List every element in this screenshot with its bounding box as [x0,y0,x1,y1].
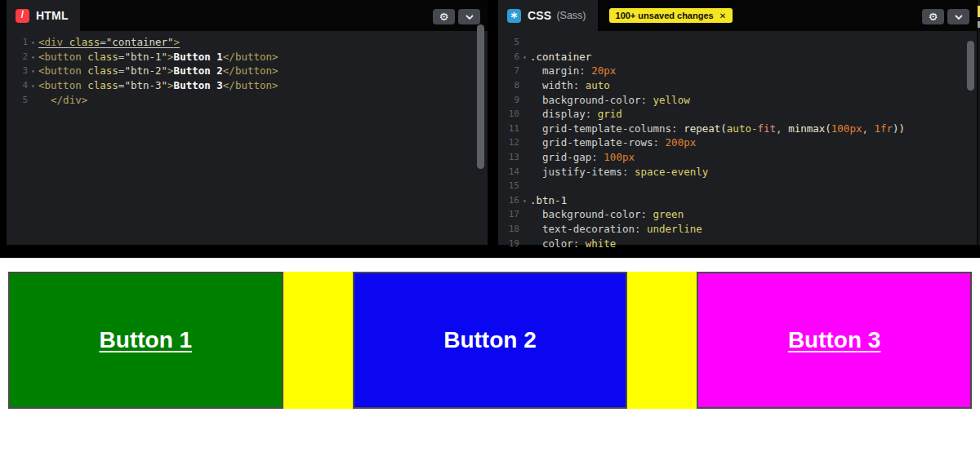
line-number: 4 [7,80,28,91]
html-editor-scrollbar[interactable] [477,24,484,169]
line-number: 10 [498,109,519,119]
unsaved-changes-badge[interactable]: 100+ unsaved changes ✕ [609,8,733,23]
gear-icon: ⚙ [929,11,938,22]
code-text: color: white [530,237,616,250]
code-line[interactable]: 17 background-color: green [498,207,977,222]
code-text: grid-template-rows: 200px [530,136,696,148]
code-line[interactable]: 5 [498,35,977,50]
line-number: 5 [498,37,519,47]
line-number: 3 [7,65,28,76]
html-tabbar: / HTML ⚙ [7,0,488,31]
chevron-down-icon [955,15,963,20]
code-line[interactable]: 9 background-color: yellow [498,92,977,107]
code-text: justify-items: space-evenly [530,166,708,178]
tab-css-label: CSS [528,9,551,22]
fold-arrow-icon[interactable]: ▾ [519,196,530,205]
tab-html-label: HTML [36,9,69,22]
html-editor-panel: / HTML ⚙ 1▾<div class="container">2▾<but… [7,0,488,245]
css-settings-button[interactable]: ⚙ [922,9,944,24]
code-line[interactable]: 2▾<button class="btn-1">Button 1</button… [7,50,488,64]
code-text: display: grid [530,108,622,120]
line-number: 12 [498,137,519,148]
code-text: background-color: yellow [530,94,690,106]
fold-gutter [519,99,530,100]
code-text: text-decoration: underline [530,223,702,235]
code-text: grid-gap: 100px [530,151,635,163]
line-number: 9 [498,95,519,105]
html-collapse-button[interactable] [458,9,480,24]
code-line[interactable]: 14 justify-items: space-evenly [498,164,977,179]
code-line[interactable]: 6▾.container [498,50,977,64]
fold-gutter [519,214,530,215]
line-number: 8 [498,80,519,91]
fold-gutter [519,127,530,129]
code-text: .container [530,51,591,63]
code-text: .btn-1 [530,194,567,206]
fold-gutter [519,85,530,86]
line-number: 19 [498,238,519,249]
fold-gutter [519,185,530,187]
fold-arrow-icon[interactable]: ▾ [28,52,38,61]
chevron-down-icon [466,15,474,20]
fold-gutter [28,99,38,100]
code-line[interactable]: 10 display: grid [498,107,977,122]
badge-close-icon[interactable]: ✕ [719,11,726,20]
tab-css[interactable]: * CSS (Sass) [498,0,598,31]
fold-arrow-icon[interactable]: ▾ [519,52,530,61]
gear-icon: ⚙ [439,11,449,22]
code-line[interactable]: 12 grid-template-rows: 200px [498,135,977,150]
sass-icon: * [507,9,521,23]
code-text: </div> [38,94,87,106]
preview-button-3[interactable]: Button 3 [697,272,972,409]
code-text: background-color: green [530,208,684,220]
tab-html[interactable]: / HTML [7,0,80,31]
code-line[interactable]: 19 color: white [498,236,977,250]
css-editor-panel: * CSS (Sass) 100+ unsaved changes ✕ ⚙ 56… [498,0,977,245]
preview-button-1[interactable]: Button 1 [8,272,283,409]
line-number: 5 [7,95,28,105]
code-line[interactable]: 4▾<button class="btn-3">Button 3</button… [7,78,488,93]
code-line[interactable]: 5 </div> [7,92,488,107]
code-text: grid-template-columns: repeat(auto-fit, … [530,122,905,135]
line-number: 1 [7,37,28,47]
html-code-editor[interactable]: 1▾<div class="container">2▾<button class… [7,31,488,107]
code-text: <div class="container"> [38,36,180,48]
line-number: 7 [498,65,519,76]
css-tabbar: * CSS (Sass) 100+ unsaved changes ✕ ⚙ [498,0,977,31]
line-number: 16 [498,195,519,206]
line-number: 2 [7,51,28,62]
line-number: 6 [498,51,519,62]
code-line[interactable]: 3▾<button class="btn-2">Button 2</button… [7,64,488,78]
css-code-editor[interactable]: 56▾.container7 margin: 20px8 width: auto… [498,31,977,250]
line-number: 11 [498,123,519,134]
line-number: 18 [498,224,519,234]
html-icon: / [16,9,29,23]
code-text: <button class="btn-2">Button 2</button> [38,64,278,77]
fold-arrow-icon[interactable]: ▾ [28,38,38,47]
code-line[interactable]: 8 width: auto [498,78,977,93]
line-number: 17 [498,209,519,219]
fold-gutter [519,113,530,115]
code-line[interactable]: 18 text-decoration: underline [498,222,977,237]
code-line[interactable]: 13 grid-gap: 100px [498,150,977,165]
code-line[interactable]: 11 grid-template-columns: repeat(auto-fi… [498,122,977,136]
preview-pane: Button 1Button 2Button 3 [0,258,980,461]
code-line[interactable]: 7 margin: 20px [498,64,977,78]
fold-gutter [519,70,530,72]
fold-arrow-icon[interactable]: ▾ [28,81,38,90]
fold-gutter [519,42,530,43]
fold-arrow-icon[interactable]: ▾ [28,66,38,75]
html-settings-button[interactable]: ⚙ [433,9,455,24]
code-text: margin: 20px [530,64,616,77]
fold-gutter [519,171,530,172]
tab-css-preprocessor-label: (Sass) [556,10,586,21]
css-collapse-button[interactable] [947,9,969,24]
code-line[interactable]: 1▾<div class="container"> [7,35,488,50]
fold-gutter [519,228,530,230]
css-editor-scrollbar[interactable] [967,41,974,91]
preview-button-2[interactable]: Button 2 [353,272,628,409]
preview-grid-container: Button 1Button 2Button 3 [8,272,972,409]
code-line[interactable]: 15 [498,179,977,193]
code-line[interactable]: 16▾.btn-1 [498,193,977,208]
fold-gutter [519,157,530,158]
